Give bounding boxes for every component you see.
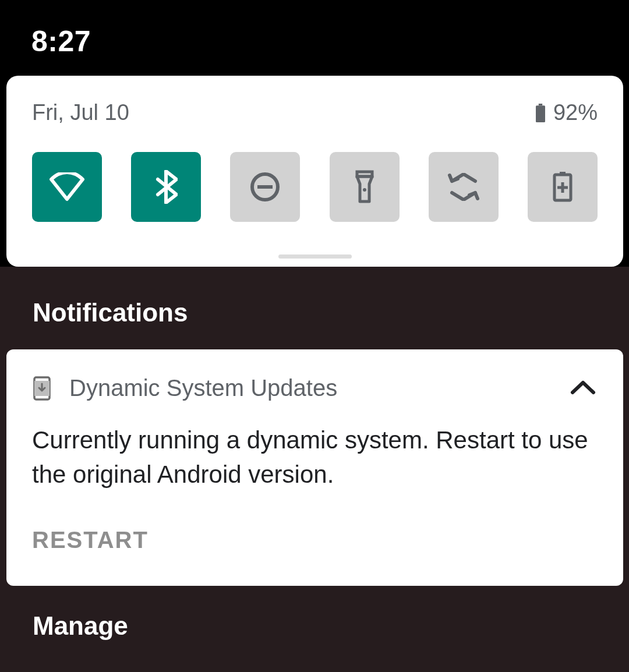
svg-point-5 <box>363 188 366 192</box>
qs-battery[interactable]: 92% <box>535 100 598 125</box>
tile-wifi[interactable] <box>32 152 102 222</box>
tile-dnd[interactable] <box>230 152 300 222</box>
notification-header: Dynamic System Updates <box>32 375 598 401</box>
collapse-button[interactable] <box>568 380 598 397</box>
section-label-manage[interactable]: Manage <box>33 611 128 641</box>
tile-bluetooth[interactable] <box>131 152 201 222</box>
svg-rect-1 <box>536 105 545 122</box>
tile-auto-rotate[interactable] <box>429 152 499 222</box>
chevron-up-icon <box>570 380 596 397</box>
qs-drag-handle[interactable] <box>278 254 352 259</box>
auto-rotate-icon <box>446 173 481 201</box>
qs-battery-text: 92% <box>553 100 598 125</box>
quick-settings-tiles <box>32 152 598 222</box>
flashlight-icon <box>353 170 376 204</box>
restart-button[interactable]: RESTART <box>32 527 149 553</box>
bluetooth-icon <box>154 170 178 204</box>
status-clock: 8:27 <box>31 24 91 58</box>
quick-settings-panel: Fri, Jul 10 92% <box>6 76 623 267</box>
battery-icon <box>535 104 546 122</box>
notification-body: Currently running a dynamic system. Rest… <box>32 423 598 492</box>
battery-saver-icon <box>553 172 573 202</box>
section-label-notifications: Notifications <box>33 298 188 327</box>
wifi-icon <box>49 172 85 201</box>
tile-battery-saver[interactable] <box>528 152 598 222</box>
qs-date: Fri, Jul 10 <box>32 100 129 125</box>
do-not-disturb-icon <box>249 171 281 203</box>
svg-rect-0 <box>539 104 542 105</box>
notification-app-title: Dynamic System Updates <box>69 375 551 401</box>
tile-flashlight[interactable] <box>330 152 400 222</box>
quick-settings-header: Fri, Jul 10 92% <box>32 76 598 125</box>
notification-card[interactable]: Dynamic System Updates Currently running… <box>6 349 623 586</box>
system-update-icon <box>32 376 52 401</box>
